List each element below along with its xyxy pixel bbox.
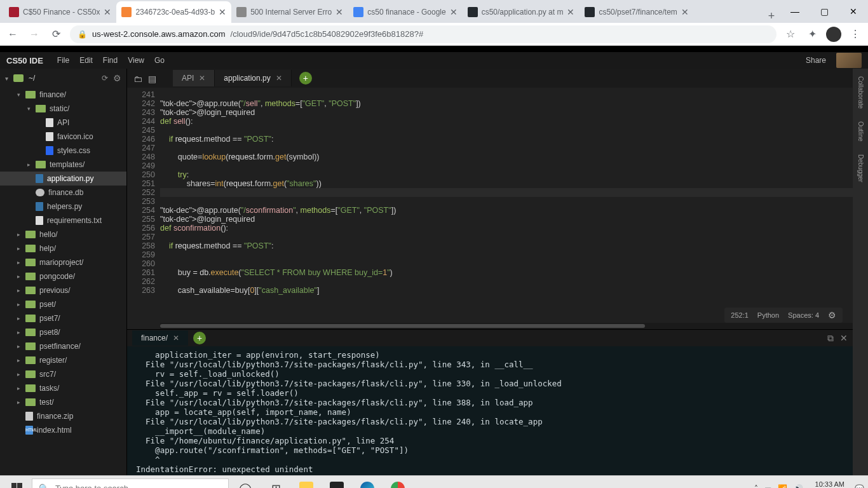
close-icon[interactable]: ✕: [104, 7, 111, 17]
tree-file[interactable]: finance.zip: [0, 409, 126, 423]
terminal-maximize-icon[interactable]: ⧉: [827, 333, 834, 344]
tree-folder[interactable]: ▸pset7/: [0, 311, 126, 325]
save-all-icon[interactable]: ▤: [146, 74, 158, 83]
tree-file[interactable]: application.py: [0, 172, 126, 186]
tree-folder[interactable]: ▸register/: [0, 353, 126, 367]
tree-folder[interactable]: ▾static/: [0, 102, 126, 116]
window-close-button[interactable]: ✕: [839, 0, 868, 23]
tray-expand-icon[interactable]: ˄: [754, 484, 758, 489]
close-icon[interactable]: ✕: [567, 7, 574, 17]
close-icon[interactable]: ✕: [199, 74, 205, 83]
editor-settings-icon[interactable]: ⚙: [828, 310, 836, 320]
close-icon[interactable]: ✕: [450, 7, 458, 17]
indent-setting[interactable]: Spaces: 4: [788, 311, 819, 319]
tree-folder[interactable]: ▾finance/: [0, 88, 126, 102]
cortana-icon[interactable]: ◯: [231, 476, 259, 489]
microsoft-store-icon[interactable]: [323, 476, 351, 489]
tree-file[interactable]: helpers.py: [0, 200, 126, 214]
search-icon: 🔍: [39, 484, 49, 488]
extensions-button[interactable]: ✦: [804, 27, 820, 42]
menu-view[interactable]: View: [128, 56, 144, 65]
root-folder-label[interactable]: ~/: [29, 74, 97, 83]
wifi-icon[interactable]: 📶: [778, 484, 787, 489]
rail-collaborate[interactable]: Collaborate: [857, 76, 864, 109]
tree-file[interactable]: styles.css: [0, 144, 126, 158]
tree-folder[interactable]: ▸hello/: [0, 227, 126, 241]
tree-file[interactable]: favicon.ico: [0, 130, 126, 144]
rail-outline[interactable]: Outline: [857, 121, 864, 142]
tree-folder[interactable]: ▸pset/: [0, 297, 126, 311]
close-icon[interactable]: ✕: [219, 7, 226, 17]
bookmark-button[interactable]: ☆: [783, 27, 798, 42]
terminal-tab[interactable]: finance/ ✕: [132, 330, 188, 346]
close-icon[interactable]: ✕: [173, 334, 179, 342]
tree-file[interactable]: HTMLindex.html: [0, 423, 126, 437]
new-tab-button[interactable]: +: [763, 10, 780, 23]
edge-icon[interactable]: [353, 476, 381, 489]
close-icon[interactable]: ✕: [681, 7, 689, 17]
menu-go[interactable]: Go: [154, 56, 165, 65]
chrome-icon[interactable]: [384, 476, 412, 489]
clock[interactable]: 10:33 AM 8/21/2020: [810, 480, 848, 489]
address-bar[interactable]: 🔒 us-west-2.console.aws.amazon.com/cloud…: [70, 25, 776, 43]
new-editor-tab-button[interactable]: +: [299, 72, 312, 85]
menu-find[interactable]: Find: [103, 56, 118, 65]
terminal-output[interactable]: application_iter = app(environ, start_re…: [127, 346, 853, 475]
taskbar-search[interactable]: 🔍 Type here to search: [32, 478, 229, 489]
profile-avatar[interactable]: [826, 27, 841, 42]
new-terminal-tab-button[interactable]: +: [193, 332, 206, 344]
chrome-menu-button[interactable]: ⋮: [848, 27, 863, 42]
tree-folder[interactable]: ▸help/: [0, 241, 126, 255]
user-avatar[interactable]: [836, 53, 862, 68]
back-button[interactable]: ←: [5, 27, 20, 42]
share-button[interactable]: Share: [806, 56, 826, 65]
open-file-icon[interactable]: 🗀: [132, 74, 144, 83]
tree-file[interactable]: API: [0, 116, 126, 130]
reload-button[interactable]: ⟳: [48, 27, 64, 42]
tree-folder[interactable]: ▸src7/: [0, 367, 126, 381]
tree-folder[interactable]: ▸pset8/: [0, 325, 126, 339]
language-mode[interactable]: Python: [757, 311, 779, 319]
tree-folder[interactable]: ▸templates/: [0, 158, 126, 172]
forward-button[interactable]: →: [27, 27, 42, 42]
horizontal-scrollbar[interactable]: [160, 323, 853, 329]
ide-logo: CS50 IDE: [6, 56, 43, 65]
close-icon[interactable]: ✕: [276, 74, 282, 83]
sidebar-settings-icon[interactable]: ⚙: [113, 73, 121, 83]
start-button[interactable]: [4, 476, 29, 489]
tree-collapse-icon[interactable]: ▾: [5, 75, 8, 82]
code-editor[interactable]: 2412422432442452462472482492502512522532…: [127, 88, 853, 329]
browser-tab[interactable]: 2346723c-0ea5-4d93-b ✕: [116, 1, 231, 23]
tree-file[interactable]: finance.db: [0, 186, 126, 200]
folder-icon: [13, 74, 24, 82]
refresh-icon[interactable]: ⟳: [102, 74, 108, 83]
rail-debugger[interactable]: Debugger: [857, 154, 864, 182]
tree-folder[interactable]: ▸previous/: [0, 283, 126, 297]
notifications-icon[interactable]: 💬: [855, 484, 864, 489]
browser-tab[interactable]: cs50/application.py at m ✕: [463, 1, 580, 23]
tree-folder[interactable]: ▸marioproject/: [0, 255, 126, 269]
file-icon: [36, 216, 43, 225]
task-view-icon[interactable]: ⊞: [262, 476, 290, 489]
editor-tab[interactable]: API✕: [173, 70, 215, 86]
tree-folder[interactable]: ▸psetfinance/: [0, 339, 126, 353]
terminal-close-icon[interactable]: ✕: [840, 333, 848, 343]
volume-icon[interactable]: 🔊: [794, 484, 803, 489]
tree-folder[interactable]: ▸tasks/: [0, 381, 126, 395]
tree-file[interactable]: requirements.txt: [0, 214, 126, 227]
file-explorer-icon[interactable]: [292, 476, 320, 489]
menu-edit[interactable]: Edit: [79, 56, 93, 65]
browser-tab[interactable]: C$50 Finance - CS50x ✕: [4, 1, 116, 23]
browser-tab[interactable]: cs50/pset7/finance/tem ✕: [580, 1, 693, 23]
close-icon[interactable]: ✕: [336, 7, 343, 17]
favicon: [9, 7, 19, 17]
battery-icon[interactable]: ▭: [764, 484, 771, 489]
tree-folder[interactable]: ▸pongcode/: [0, 269, 126, 283]
editor-tab[interactable]: application.py✕: [215, 70, 291, 86]
browser-tab[interactable]: cs50 finanace - Google ✕: [348, 1, 462, 23]
browser-tab[interactable]: 500 Internal Server Erro ✕: [231, 1, 348, 23]
window-maximize-button[interactable]: ▢: [810, 0, 839, 23]
menu-file[interactable]: File: [57, 56, 69, 65]
window-minimize-button[interactable]: —: [780, 0, 810, 23]
tree-folder[interactable]: ▸test/: [0, 395, 126, 409]
